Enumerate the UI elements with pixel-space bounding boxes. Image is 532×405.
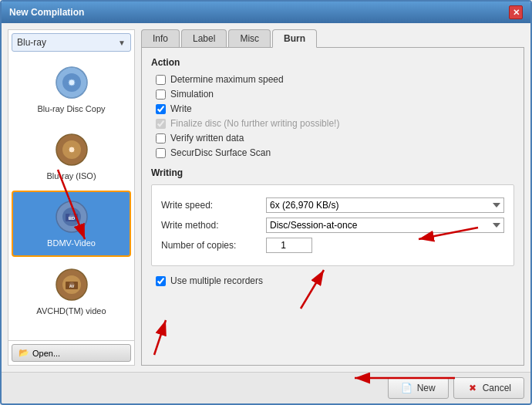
sidebar-item-bdmv-video[interactable]: BD BDMV-Video	[12, 191, 131, 256]
bluray-iso-label: Blu-ray (ISO)	[46, 171, 96, 181]
content-area: Info Label Misc Burn Action	[141, 29, 524, 366]
writing-section-title: Writing	[151, 167, 514, 178]
bluray-copy-icon	[53, 64, 90, 101]
tab-misc[interactable]: Misc	[228, 29, 271, 47]
bdmv-video-label: BDMV-Video	[47, 238, 96, 248]
simulation-label: Simulation	[170, 89, 214, 100]
write-speed-row: Write speed: 6x (26,970 KB/s) 4x (17,980…	[161, 197, 504, 213]
sidebar-list: Blu-ray Disc Copy Blu-ray (ISO)	[8, 52, 134, 340]
write-label: Write	[170, 103, 192, 114]
cancel-button[interactable]: ✖ Cancel	[453, 377, 524, 399]
verify-label: Verify written data	[170, 133, 244, 143]
sidebar-item-bluray-iso[interactable]: Blu-ray (ISO)	[12, 123, 131, 189]
sidebar-item-bluray-copy[interactable]: Blu-ray Disc Copy	[12, 56, 131, 122]
sidebar-item-avchd-video[interactable]: AV AVCHD(TM) video	[12, 258, 131, 324]
checkbox-row-finalize: Finalize disc (No further writing possib…	[156, 118, 514, 129]
window-body: Blu-ray ▼ Bl	[2, 23, 530, 372]
action-section-title: Action	[151, 57, 514, 68]
cancel-button-label: Cancel	[483, 383, 511, 393]
write-method-select[interactable]: Disc/Session-at-once Track-at-once	[266, 218, 504, 233]
checkbox-row-write: Write	[156, 103, 514, 114]
copies-row: Number of copies:	[161, 238, 504, 253]
new-button-icon: 📄	[401, 382, 413, 394]
svg-text:AV: AV	[69, 284, 74, 289]
multiple-recorders-checkbox[interactable]	[156, 276, 166, 286]
tab-info[interactable]: Info	[141, 29, 180, 47]
checkbox-row-verify: Verify written data	[156, 133, 514, 143]
verify-checkbox[interactable]	[156, 133, 166, 143]
svg-point-2	[69, 79, 75, 86]
folder-icon: 📂	[19, 348, 29, 358]
write-method-row: Write method: Disc/Session-at-once Track…	[161, 218, 504, 233]
main-window: New Compilation ✕ Blu-ray ▼	[0, 0, 532, 405]
max-speed-checkbox[interactable]	[156, 75, 166, 85]
simulation-checkbox[interactable]	[156, 89, 166, 100]
svg-point-6	[69, 147, 75, 153]
multiple-recorders-label: Use multiple recorders	[170, 275, 263, 286]
window-title: New Compilation	[9, 7, 84, 18]
new-button-label: New	[417, 383, 436, 393]
disc-type-label: Blu-ray	[17, 37, 46, 48]
svg-text:BD: BD	[68, 216, 75, 221]
tab-burn[interactable]: Burn	[272, 29, 317, 48]
copies-label: Number of copies:	[161, 240, 261, 251]
disc-type-dropdown[interactable]: Blu-ray ▼	[12, 33, 131, 52]
write-speed-label: Write speed:	[161, 200, 261, 211]
checkbox-row-max-speed: Determine maximum speed	[156, 74, 514, 85]
checkbox-row-simulation: Simulation	[156, 89, 514, 100]
securdisc-label: SecurDisc Surface Scan	[170, 147, 271, 158]
open-button-label: Open...	[32, 349, 60, 358]
write-checkbox[interactable]	[156, 104, 166, 114]
tab-bar: Info Label Misc Burn	[141, 29, 524, 48]
copies-input[interactable]	[266, 238, 312, 253]
avchd-video-icon: AV	[53, 266, 90, 303]
checkbox-row-securdisc: SecurDisc Surface Scan	[156, 147, 514, 158]
avchd-video-label: AVCHD(TM) video	[36, 306, 106, 316]
bluray-copy-label: Blu-ray Disc Copy	[37, 104, 105, 114]
bottom-bar: 📄 New ✖ Cancel	[2, 372, 530, 403]
write-method-label: Write method:	[161, 220, 261, 231]
write-speed-select[interactable]: 6x (26,970 KB/s) 4x (17,980 KB/s) 2x (8,…	[266, 197, 504, 213]
open-button[interactable]: 📂 Open...	[12, 344, 131, 362]
bluray-iso-icon	[53, 131, 90, 168]
title-bar: New Compilation ✕	[2, 2, 530, 23]
max-speed-label: Determine maximum speed	[170, 74, 284, 85]
close-button[interactable]: ✕	[509, 5, 523, 19]
multiple-recorders-row: Use multiple recorders	[156, 275, 514, 286]
tab-label[interactable]: Label	[181, 29, 227, 47]
bdmv-video-icon: BD	[53, 198, 90, 235]
new-button[interactable]: 📄 New	[388, 377, 449, 399]
writing-section: Write speed: 6x (26,970 KB/s) 4x (17,980…	[151, 184, 514, 266]
cancel-button-icon: ✖	[466, 382, 479, 394]
burn-tab-content: Action Determine maximum speed Simulatio…	[141, 48, 524, 366]
finalize-checkbox[interactable]	[156, 119, 166, 129]
securdisc-checkbox[interactable]	[156, 148, 166, 158]
finalize-label: Finalize disc (No further writing possib…	[170, 118, 339, 129]
sidebar: Blu-ray ▼ Bl	[8, 29, 135, 366]
dropdown-arrow-icon: ▼	[118, 39, 126, 47]
sidebar-footer: 📂 Open...	[8, 340, 134, 365]
